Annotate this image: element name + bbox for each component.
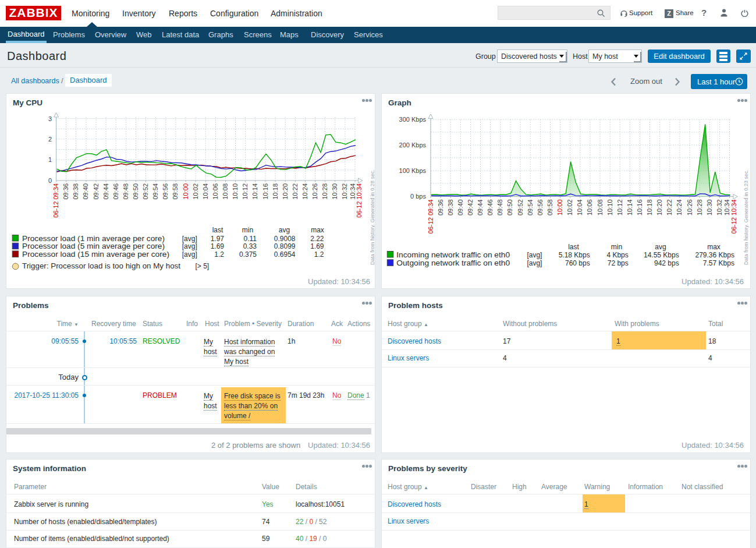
svg-text:10:34: 10:34 xyxy=(349,183,356,200)
svg-text:10:22: 10:22 xyxy=(666,200,673,216)
svg-text:[avg]: [avg] xyxy=(182,250,197,259)
svg-text:1.97: 1.97 xyxy=(211,235,225,243)
svg-text:10:18: 10:18 xyxy=(272,183,279,200)
svg-text:10:24: 10:24 xyxy=(301,183,308,200)
svg-text:10:00: 10:00 xyxy=(182,183,189,200)
svg-text:0.375: 0.375 xyxy=(239,250,257,259)
svg-text:09:58: 09:58 xyxy=(546,200,553,216)
svg-text:10:20: 10:20 xyxy=(656,200,663,216)
svg-text:72 bps: 72 bps xyxy=(608,259,629,267)
svg-text:09:42: 09:42 xyxy=(93,183,100,200)
svg-text:09:40: 09:40 xyxy=(82,183,89,200)
svg-text:10:04: 10:04 xyxy=(202,183,209,200)
svg-text:Data from history. Generated i: Data from history. Generated in 0.28 sec… xyxy=(370,169,375,265)
svg-text:10:02: 10:02 xyxy=(192,183,199,200)
svg-text:09:48: 09:48 xyxy=(496,200,503,216)
svg-text:10:08: 10:08 xyxy=(597,200,604,216)
svg-text:Trigger: Processor load is too: Trigger: Processor load is too high on M… xyxy=(22,262,181,270)
svg-text:[avg]: [avg] xyxy=(182,242,197,250)
svg-text:10:26: 10:26 xyxy=(686,200,693,216)
svg-text:avg: avg xyxy=(655,243,666,251)
svg-text:09:52: 09:52 xyxy=(142,183,149,200)
svg-text:09:54: 09:54 xyxy=(152,183,159,200)
svg-text:Processor load (15 min average: Processor load (15 min average per core) xyxy=(22,250,169,259)
svg-text:09:50: 09:50 xyxy=(132,183,139,200)
svg-text:0 bps: 0 bps xyxy=(410,193,426,200)
svg-text:1.69: 1.69 xyxy=(211,242,225,250)
svg-text:09:56: 09:56 xyxy=(537,200,544,216)
svg-text:09:48: 09:48 xyxy=(122,183,129,200)
svg-text:10:32: 10:32 xyxy=(341,183,348,200)
svg-text:last: last xyxy=(568,243,579,251)
svg-text:2: 2 xyxy=(48,136,52,143)
svg-text:10:34: 10:34 xyxy=(723,200,730,216)
svg-text:Processor load (5 min average: Processor load (5 min average per core) xyxy=(22,242,165,250)
svg-text:10:28: 10:28 xyxy=(321,183,328,200)
svg-text:10:32: 10:32 xyxy=(716,200,723,216)
svg-text:10:10: 10:10 xyxy=(606,200,613,216)
svg-text:1: 1 xyxy=(48,156,52,163)
svg-text:06-12 10:34: 06-12 10:34 xyxy=(356,183,363,218)
svg-text:09:36: 09:36 xyxy=(62,183,69,200)
svg-text:200 Kbps: 200 Kbps xyxy=(399,142,427,149)
svg-text:10:06: 10:06 xyxy=(586,200,593,216)
svg-text:last: last xyxy=(212,226,223,234)
svg-text:0.11: 0.11 xyxy=(244,235,257,243)
svg-text:Incoming network traffic on et: Incoming network traffic on eth0 xyxy=(396,251,510,259)
svg-text:06-12 10:34: 06-12 10:34 xyxy=(730,200,737,234)
svg-text:min: min xyxy=(242,226,253,234)
svg-text:min: min xyxy=(611,243,622,251)
svg-text:10:12: 10:12 xyxy=(616,200,623,216)
svg-text:10:04: 10:04 xyxy=(576,200,583,216)
svg-text:09:44: 09:44 xyxy=(477,200,484,216)
svg-text:10:06: 10:06 xyxy=(212,183,219,200)
svg-text:avg: avg xyxy=(279,226,290,234)
svg-text:09:38: 09:38 xyxy=(447,200,454,216)
svg-text:10:08: 10:08 xyxy=(222,183,229,200)
svg-text:09:42: 09:42 xyxy=(467,200,474,216)
svg-text:09:46: 09:46 xyxy=(112,183,119,200)
svg-text:Data from history. Generated i: Data from history. Generated in 0.23 sec… xyxy=(743,169,749,265)
svg-text:09:46: 09:46 xyxy=(487,200,494,216)
svg-text:09:40: 09:40 xyxy=(457,200,464,216)
svg-text:10:14: 10:14 xyxy=(251,183,258,200)
svg-text:760 bps: 760 bps xyxy=(565,259,590,267)
svg-text:[avg]: [avg] xyxy=(527,251,542,259)
svg-text:10:26: 10:26 xyxy=(311,183,318,200)
svg-text:10:30: 10:30 xyxy=(331,183,338,200)
svg-text:10:20: 10:20 xyxy=(282,183,289,200)
svg-text:0.6954: 0.6954 xyxy=(274,250,296,259)
svg-text:max: max xyxy=(707,243,720,251)
svg-text:10:12: 10:12 xyxy=(242,183,249,200)
svg-text:14.55 Kbps: 14.55 Kbps xyxy=(644,251,679,259)
svg-text:10:30: 10:30 xyxy=(706,200,713,216)
svg-text:1.69: 1.69 xyxy=(310,242,324,250)
svg-text:09:50: 09:50 xyxy=(506,200,513,216)
svg-text:0.9008: 0.9008 xyxy=(274,235,296,243)
svg-text:10:24: 10:24 xyxy=(676,200,683,216)
svg-text:06-12 09:34: 06-12 09:34 xyxy=(52,183,59,218)
svg-text:09:58: 09:58 xyxy=(172,183,179,200)
svg-text:7.57 Kbps: 7.57 Kbps xyxy=(703,259,734,267)
svg-text:10:18: 10:18 xyxy=(646,200,653,216)
svg-text:4 Kbps: 4 Kbps xyxy=(606,251,628,259)
svg-text:279.36 Kbps: 279.36 Kbps xyxy=(695,251,734,259)
svg-text:10:16: 10:16 xyxy=(636,200,643,216)
svg-text:1.2: 1.2 xyxy=(214,250,224,259)
svg-text:09:36: 09:36 xyxy=(437,200,444,216)
svg-text:942 bps: 942 bps xyxy=(654,259,679,267)
svg-text:[> 5]: [> 5] xyxy=(196,262,210,270)
svg-text:[avg]: [avg] xyxy=(527,259,542,267)
svg-text:10:22: 10:22 xyxy=(292,183,299,200)
svg-text:2.22: 2.22 xyxy=(310,235,324,243)
svg-text:1.2: 1.2 xyxy=(314,250,324,259)
svg-text:09:54: 09:54 xyxy=(527,200,534,216)
svg-text:10:14: 10:14 xyxy=(626,200,633,216)
svg-text:300 Kbps: 300 Kbps xyxy=(399,116,427,123)
svg-text:09:56: 09:56 xyxy=(162,183,169,200)
svg-text:06-12 09:34: 06-12 09:34 xyxy=(427,200,434,234)
svg-text:09:38: 09:38 xyxy=(72,183,79,200)
svg-text:0.8099: 0.8099 xyxy=(274,242,296,250)
svg-text:10:00: 10:00 xyxy=(556,200,563,216)
svg-text:09:52: 09:52 xyxy=(517,200,524,216)
